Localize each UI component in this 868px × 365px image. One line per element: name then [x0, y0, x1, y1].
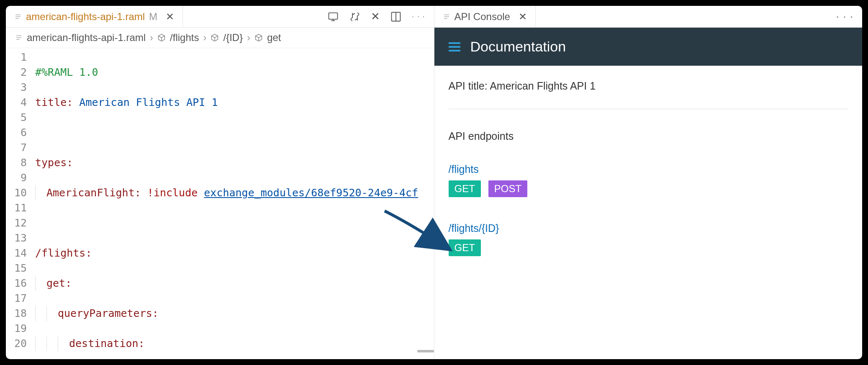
breadcrumb-file: american-flights-api-1.raml [27, 32, 146, 44]
line-number: 2 [6, 65, 27, 80]
chevron-icon: › [247, 32, 250, 44]
breadcrumb-seg2: /{ID} [223, 32, 243, 44]
line-number: 1 [6, 50, 27, 65]
line-number: 15 [6, 261, 27, 276]
modified-badge: M [149, 11, 157, 23]
endpoint-item: /flights/{ID} GET [449, 222, 848, 256]
console-tab[interactable]: API Console ✕ [434, 6, 536, 27]
code-area[interactable]: #%RAML 1.0 title: American Flights API 1… [35, 48, 434, 359]
documentation-body: API title: American Flights API 1 API en… [434, 66, 863, 359]
line-number: 8 [6, 155, 27, 170]
editor-tab-strip: american-flights-api-1.raml M ✕ ✕ · · · [6, 6, 434, 28]
breadcrumb-seg3: get [267, 32, 281, 44]
preview-icon[interactable] [327, 11, 339, 23]
more-icon[interactable]: · · · [412, 13, 425, 21]
file-icon [14, 13, 22, 21]
breadcrumb[interactable]: american-flights-api-1.raml › /flights ›… [6, 28, 434, 48]
line-number: 4 [6, 95, 27, 110]
editor-pane: american-flights-api-1.raml M ✕ ✕ · · · … [6, 6, 434, 359]
line-number: 7 [6, 140, 27, 155]
method-row: GET [449, 239, 848, 256]
line-number: 6 [6, 125, 27, 140]
more-icon[interactable]: · · · [836, 11, 854, 22]
line-number: 12 [6, 216, 27, 231]
console-tab-title: API Console [455, 11, 510, 23]
cube-icon [157, 33, 166, 42]
console-tab-actions: · · · [836, 11, 862, 22]
line-number: 3 [6, 80, 27, 95]
cube-icon [254, 33, 263, 42]
endpoint-item: /flights GET POST [449, 163, 848, 197]
line-number: 13 [6, 231, 27, 246]
editor-tab-actions: ✕ · · · [327, 10, 434, 23]
console-pane: API Console ✕ · · · Documentation API ti… [434, 6, 863, 359]
endpoint-path[interactable]: /flights [449, 163, 848, 175]
file-icon [443, 13, 450, 21]
documentation-header: Documentation [434, 28, 863, 66]
chevron-icon: › [203, 32, 206, 44]
line-number: 16 [6, 276, 27, 291]
cube-icon [211, 33, 219, 42]
editor-tab[interactable]: american-flights-api-1.raml M ✕ [6, 6, 183, 27]
chevron-icon: › [150, 32, 153, 44]
divider [449, 109, 848, 109]
compare-icon[interactable] [349, 11, 361, 23]
close-icon[interactable]: ✕ [166, 11, 174, 23]
api-title: API title: American Flights API 1 [449, 80, 848, 92]
line-number: 18 [6, 306, 27, 321]
line-number: 20 [6, 336, 27, 351]
endpoint-path[interactable]: /flights/{ID} [449, 222, 848, 234]
split-icon[interactable] [390, 11, 402, 23]
file-icon [15, 34, 23, 41]
breadcrumb-seg1: /flights [170, 32, 199, 44]
line-number-gutter: 1234567891011121314151617181920 [6, 48, 35, 359]
line-number: 5 [6, 110, 27, 125]
hamburger-icon[interactable] [449, 42, 460, 51]
line-number: 14 [6, 246, 27, 261]
sash-handle[interactable] [417, 350, 434, 352]
line-number: 17 [6, 291, 27, 306]
method-post-button[interactable]: POST [488, 180, 527, 197]
line-number: 10 [6, 185, 27, 200]
revert-icon[interactable]: ✕ [371, 10, 380, 23]
console-tab-strip: API Console ✕ · · · [434, 6, 863, 28]
documentation-title: Documentation [470, 39, 566, 55]
method-get-button[interactable]: GET [449, 180, 481, 197]
line-number: 9 [6, 170, 27, 185]
svg-rect-3 [329, 13, 338, 19]
line-number: 19 [6, 321, 27, 336]
line-number: 11 [6, 200, 27, 216]
tab-filename: american-flights-api-1.raml [26, 11, 145, 23]
endpoints-label: API endpoints [449, 130, 848, 142]
code-editor[interactable]: 1234567891011121314151617181920 #%RAML 1… [6, 48, 434, 359]
method-row: GET POST [449, 180, 848, 197]
method-get-button[interactable]: GET [449, 239, 481, 256]
close-icon[interactable]: ✕ [519, 11, 527, 23]
